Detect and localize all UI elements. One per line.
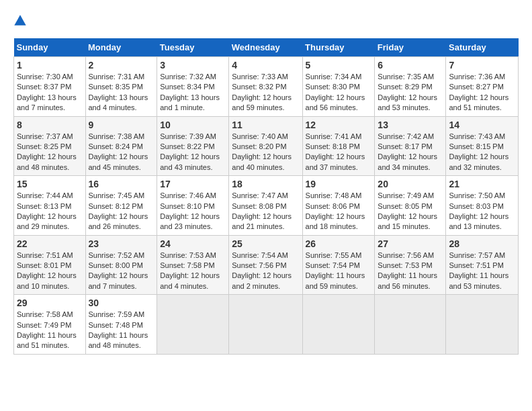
day-number: 19 bbox=[306, 179, 372, 189]
page-header bbox=[13, 13, 519, 28]
calendar-cell: 10 Sunrise: 7:39 AM Sunset: 8:22 PM Dayl… bbox=[157, 116, 229, 176]
day-detail: Sunrise: 7:52 AM Sunset: 8:00 PM Dayligh… bbox=[89, 250, 154, 292]
day-number: 14 bbox=[449, 120, 515, 130]
day-detail: Sunrise: 7:33 AM Sunset: 8:32 PM Dayligh… bbox=[232, 72, 299, 113]
day-detail: Sunrise: 7:55 AM Sunset: 7:54 PM Dayligh… bbox=[306, 250, 372, 292]
header-monday: Monday bbox=[85, 38, 157, 57]
calendar-cell: 20 Sunrise: 7:49 AM Sunset: 8:05 PM Dayl… bbox=[375, 176, 446, 236]
calendar-cell: 17 Sunrise: 7:46 AM Sunset: 8:10 PM Dayl… bbox=[157, 176, 229, 236]
day-detail: Sunrise: 7:59 AM Sunset: 7:48 PM Dayligh… bbox=[89, 310, 154, 351]
day-detail: Sunrise: 7:47 AM Sunset: 8:08 PM Dayligh… bbox=[232, 191, 299, 232]
header-thursday: Thursday bbox=[302, 38, 375, 57]
day-number: 25 bbox=[232, 238, 299, 249]
header-sunday: Sunday bbox=[14, 38, 86, 57]
day-detail: Sunrise: 7:53 AM Sunset: 7:58 PM Dayligh… bbox=[160, 250, 226, 292]
day-detail: Sunrise: 7:32 AM Sunset: 8:34 PM Dayligh… bbox=[160, 72, 226, 113]
day-number: 8 bbox=[17, 120, 83, 130]
day-detail: Sunrise: 7:48 AM Sunset: 8:06 PM Dayligh… bbox=[306, 191, 372, 232]
day-number: 21 bbox=[449, 179, 515, 189]
day-number: 29 bbox=[17, 298, 83, 308]
calendar-cell bbox=[446, 295, 519, 355]
day-number: 28 bbox=[449, 238, 515, 249]
calendar-cell: 6 Sunrise: 7:35 AM Sunset: 8:29 PM Dayli… bbox=[375, 57, 446, 117]
day-number: 7 bbox=[449, 60, 515, 71]
day-number: 4 bbox=[232, 60, 299, 71]
header-friday: Friday bbox=[375, 38, 446, 57]
day-detail: Sunrise: 7:57 AM Sunset: 7:51 PM Dayligh… bbox=[449, 250, 515, 292]
day-detail: Sunrise: 7:38 AM Sunset: 8:24 PM Dayligh… bbox=[89, 132, 154, 173]
calendar-cell: 11 Sunrise: 7:40 AM Sunset: 8:20 PM Dayl… bbox=[229, 116, 302, 176]
day-detail: Sunrise: 7:45 AM Sunset: 8:12 PM Dayligh… bbox=[89, 191, 154, 232]
day-number: 16 bbox=[89, 179, 154, 189]
calendar-cell: 16 Sunrise: 7:45 AM Sunset: 8:12 PM Dayl… bbox=[85, 176, 157, 236]
day-detail: Sunrise: 7:40 AM Sunset: 8:20 PM Dayligh… bbox=[232, 132, 299, 173]
day-number: 2 bbox=[89, 60, 154, 71]
calendar-cell: 22 Sunrise: 7:51 AM Sunset: 8:01 PM Dayl… bbox=[14, 235, 86, 295]
day-number: 30 bbox=[89, 298, 154, 308]
calendar-cell: 12 Sunrise: 7:41 AM Sunset: 8:18 PM Dayl… bbox=[302, 116, 375, 176]
day-number: 3 bbox=[160, 60, 226, 71]
day-number: 15 bbox=[17, 179, 83, 189]
header-wednesday: Wednesday bbox=[229, 38, 302, 57]
calendar-cell: 26 Sunrise: 7:55 AM Sunset: 7:54 PM Dayl… bbox=[302, 235, 375, 295]
calendar-cell: 29 Sunrise: 7:58 AM Sunset: 7:49 PM Dayl… bbox=[14, 295, 86, 355]
calendar-cell bbox=[157, 295, 229, 355]
calendar-cell: 1 Sunrise: 7:30 AM Sunset: 8:37 PM Dayli… bbox=[14, 57, 86, 117]
day-number: 27 bbox=[378, 238, 443, 249]
calendar-cell: 5 Sunrise: 7:34 AM Sunset: 8:30 PM Dayli… bbox=[302, 57, 375, 117]
day-number: 20 bbox=[378, 179, 443, 189]
day-number: 9 bbox=[89, 120, 154, 130]
calendar-header-row: SundayMondayTuesdayWednesdayThursdayFrid… bbox=[14, 38, 519, 57]
day-number: 24 bbox=[160, 238, 226, 249]
day-detail: Sunrise: 7:49 AM Sunset: 8:05 PM Dayligh… bbox=[378, 191, 443, 232]
day-detail: Sunrise: 7:34 AM Sunset: 8:30 PM Dayligh… bbox=[306, 72, 372, 113]
svg-marker-0 bbox=[14, 15, 26, 25]
day-detail: Sunrise: 7:37 AM Sunset: 8:25 PM Dayligh… bbox=[17, 132, 83, 173]
calendar-cell: 14 Sunrise: 7:43 AM Sunset: 8:15 PM Dayl… bbox=[446, 116, 519, 176]
calendar-cell bbox=[375, 295, 446, 355]
day-detail: Sunrise: 7:39 AM Sunset: 8:22 PM Dayligh… bbox=[160, 132, 226, 173]
day-detail: Sunrise: 7:41 AM Sunset: 8:18 PM Dayligh… bbox=[306, 132, 372, 173]
calendar-cell: 19 Sunrise: 7:48 AM Sunset: 8:06 PM Dayl… bbox=[302, 176, 375, 236]
calendar-week-4: 29 Sunrise: 7:58 AM Sunset: 7:49 PM Dayl… bbox=[14, 295, 519, 355]
calendar-week-3: 22 Sunrise: 7:51 AM Sunset: 8:01 PM Dayl… bbox=[14, 235, 519, 295]
day-detail: Sunrise: 7:44 AM Sunset: 8:13 PM Dayligh… bbox=[17, 191, 83, 232]
calendar-week-1: 8 Sunrise: 7:37 AM Sunset: 8:25 PM Dayli… bbox=[14, 116, 519, 176]
day-detail: Sunrise: 7:51 AM Sunset: 8:01 PM Dayligh… bbox=[17, 250, 83, 292]
day-number: 22 bbox=[17, 238, 83, 249]
day-number: 17 bbox=[160, 179, 226, 189]
logo bbox=[13, 13, 30, 28]
calendar-cell bbox=[302, 295, 375, 355]
calendar-cell bbox=[229, 295, 302, 355]
calendar-cell: 25 Sunrise: 7:54 AM Sunset: 7:56 PM Dayl… bbox=[229, 235, 302, 295]
day-number: 18 bbox=[232, 179, 299, 189]
day-number: 23 bbox=[89, 238, 154, 249]
day-number: 6 bbox=[378, 60, 443, 71]
day-number: 13 bbox=[378, 120, 443, 130]
calendar-cell: 8 Sunrise: 7:37 AM Sunset: 8:25 PM Dayli… bbox=[14, 116, 86, 176]
calendar-cell: 9 Sunrise: 7:38 AM Sunset: 8:24 PM Dayli… bbox=[85, 116, 157, 176]
calendar-cell: 4 Sunrise: 7:33 AM Sunset: 8:32 PM Dayli… bbox=[229, 57, 302, 117]
header-tuesday: Tuesday bbox=[157, 38, 229, 57]
day-detail: Sunrise: 7:42 AM Sunset: 8:17 PM Dayligh… bbox=[378, 132, 443, 173]
day-detail: Sunrise: 7:31 AM Sunset: 8:35 PM Dayligh… bbox=[89, 72, 154, 113]
day-number: 10 bbox=[160, 120, 226, 130]
day-detail: Sunrise: 7:46 AM Sunset: 8:10 PM Dayligh… bbox=[160, 191, 226, 232]
calendar-week-2: 15 Sunrise: 7:44 AM Sunset: 8:13 PM Dayl… bbox=[14, 176, 519, 236]
calendar-cell: 7 Sunrise: 7:36 AM Sunset: 8:27 PM Dayli… bbox=[446, 57, 519, 117]
calendar-cell: 28 Sunrise: 7:57 AM Sunset: 7:51 PM Dayl… bbox=[446, 235, 519, 295]
day-detail: Sunrise: 7:35 AM Sunset: 8:29 PM Dayligh… bbox=[378, 72, 443, 113]
calendar-cell: 23 Sunrise: 7:52 AM Sunset: 8:00 PM Dayl… bbox=[85, 235, 157, 295]
calendar-cell: 3 Sunrise: 7:32 AM Sunset: 8:34 PM Dayli… bbox=[157, 57, 229, 117]
calendar-cell: 18 Sunrise: 7:47 AM Sunset: 8:08 PM Dayl… bbox=[229, 176, 302, 236]
day-number: 11 bbox=[232, 120, 299, 130]
day-detail: Sunrise: 7:58 AM Sunset: 7:49 PM Dayligh… bbox=[17, 310, 83, 351]
calendar-week-0: 1 Sunrise: 7:30 AM Sunset: 8:37 PM Dayli… bbox=[14, 57, 519, 117]
day-detail: Sunrise: 7:56 AM Sunset: 7:53 PM Dayligh… bbox=[378, 250, 443, 292]
calendar-cell: 2 Sunrise: 7:31 AM Sunset: 8:35 PM Dayli… bbox=[85, 57, 157, 117]
day-number: 26 bbox=[306, 238, 372, 249]
logo-icon bbox=[13, 14, 27, 28]
calendar-cell: 13 Sunrise: 7:42 AM Sunset: 8:17 PM Dayl… bbox=[375, 116, 446, 176]
calendar-cell: 21 Sunrise: 7:50 AM Sunset: 8:03 PM Dayl… bbox=[446, 176, 519, 236]
calendar-cell: 15 Sunrise: 7:44 AM Sunset: 8:13 PM Dayl… bbox=[14, 176, 86, 236]
